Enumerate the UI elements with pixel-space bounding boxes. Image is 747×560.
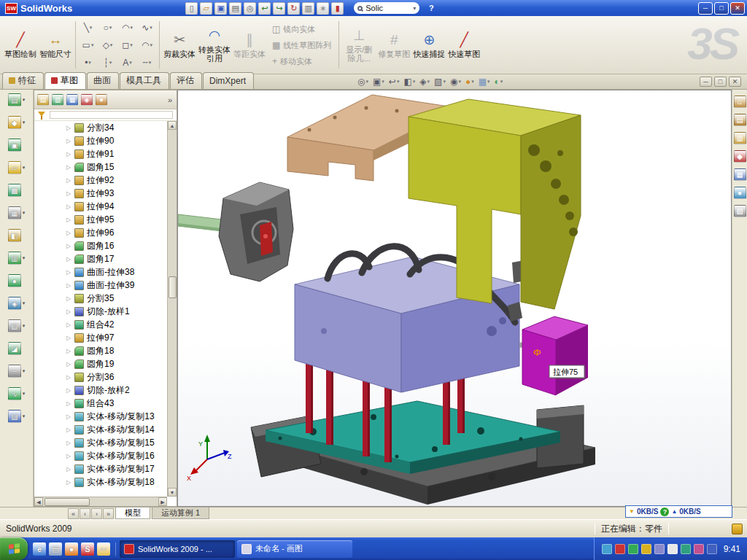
previous-view-icon[interactable]: ↩▾: [387, 76, 401, 88]
tray-icon[interactable]: [667, 544, 678, 554]
left-toolbar-icon[interactable]: ∿ ▾: [8, 387, 26, 400]
save-icon[interactable]: ▣: [214, 2, 227, 15]
command-tab[interactable]: 特征: [2, 72, 44, 89]
tree-item[interactable]: ▷ 组合42: [34, 318, 167, 331]
tree-item[interactable]: ▷ 圆角16: [34, 239, 167, 252]
tree-item[interactable]: ▷ 切除-放样2: [34, 384, 167, 397]
toolbar-button[interactable]: ⊥ 显示/删除几...: [341, 18, 376, 71]
expand-arrow-icon[interactable]: ▷: [66, 203, 74, 210]
expand-arrow-icon[interactable]: ▷: [66, 335, 74, 341]
left-toolbar-icon[interactable]: ▣ ▾: [8, 139, 26, 152]
solidworks-icon[interactable]: S: [81, 542, 94, 556]
expand-arrow-icon[interactable]: ▷: [66, 138, 74, 144]
slot-icon[interactable]: ◻▾: [117, 36, 137, 54]
expand-arrow-icon[interactable]: ▷: [66, 125, 74, 131]
menu-item[interactable]: [163, 6, 177, 10]
expand-arrow-icon[interactable]: ▷: [66, 361, 74, 368]
tree-item[interactable]: ▷ 切除-放样1: [34, 305, 167, 318]
menu-item[interactable]: [124, 6, 137, 10]
expand-arrow-icon[interactable]: ▷: [66, 466, 74, 472]
doc-close-button[interactable]: ✕: [729, 77, 741, 87]
expand-arrow-icon[interactable]: ▷: [66, 374, 74, 381]
file-explorer-icon[interactable]: ▥: [734, 132, 746, 144]
scroll-right-icon[interactable]: ▶: [158, 497, 167, 506]
apply-scene-icon[interactable]: ▦▾: [477, 76, 492, 88]
cavity-insert[interactable]: [219, 182, 293, 281]
view-orientation-icon[interactable]: ◈▾: [418, 76, 431, 88]
hide-show-items-icon[interactable]: ◉▾: [449, 76, 462, 88]
taskbar-task[interactable]: SolidWorks 2009 - ...: [120, 540, 235, 558]
arc-icon[interactable]: ◠▾: [117, 19, 137, 36]
solidworks-resources-icon[interactable]: ◆: [734, 150, 746, 163]
left-toolbar-icon[interactable]: ▧ ▾: [8, 319, 26, 332]
expand-arrow-icon[interactable]: ▷: [66, 400, 74, 407]
media-player-icon[interactable]: ●: [65, 542, 78, 556]
command-tab[interactable]: 曲面: [87, 72, 119, 89]
maximize-button[interactable]: □: [714, 2, 729, 15]
toolbar-button[interactable]: # 修复草图: [376, 18, 411, 71]
last-tab-button[interactable]: »: [103, 508, 114, 519]
left-toolbar-icon[interactable]: ▥ ▾: [8, 252, 26, 265]
expand-arrow-icon[interactable]: ▷: [66, 243, 74, 249]
expand-arrow-icon[interactable]: ▷: [66, 230, 74, 236]
print-icon[interactable]: ▤: [229, 2, 241, 15]
expand-arrow-icon[interactable]: ▷: [66, 164, 74, 171]
tree-item[interactable]: ▷ 分割34: [34, 121, 167, 134]
scroll-up-icon[interactable]: ▲: [168, 121, 177, 130]
doc-restore-button[interactable]: □: [714, 77, 727, 87]
toolbar-button[interactable]: + 移动实体: [270, 54, 333, 69]
tree-item[interactable]: ▷ 曲面-拉伸38: [34, 265, 167, 279]
tree-item[interactable]: ▷ 实体-移动/复制16: [34, 449, 167, 462]
folder-icon[interactable]: ▱: [97, 542, 110, 556]
tree-item[interactable]: ▷ 拉伸90: [34, 134, 167, 147]
tree-item[interactable]: ▷ 实体-移动/复制14: [34, 423, 167, 436]
tray-icon[interactable]: [615, 544, 625, 554]
document-tab[interactable]: 运动算例 1: [152, 508, 209, 519]
menu-item[interactable]: [85, 6, 98, 10]
command-tab[interactable]: 模具工具: [120, 72, 169, 89]
view-palette-icon[interactable]: ▦: [734, 168, 746, 181]
point-icon[interactable]: •▾: [78, 54, 98, 71]
print-preview-icon[interactable]: ◎: [244, 2, 256, 15]
scroll-thumb[interactable]: [44, 498, 90, 506]
polygon-icon[interactable]: ◇▾: [98, 36, 117, 54]
chevron-icon[interactable]: »: [168, 96, 174, 104]
sketch-color-icon[interactable]: [732, 524, 743, 534]
toolbar-button[interactable]: ╱ 快速草图: [446, 18, 481, 71]
expand-arrow-icon[interactable]: ▷: [66, 308, 74, 315]
expand-arrow-icon[interactable]: ▷: [66, 282, 74, 289]
view-settings-icon[interactable]: ◐▾: [493, 76, 505, 88]
tree-item[interactable]: ▷ 拉伸94: [34, 200, 167, 213]
expand-arrow-icon[interactable]: ▷: [66, 217, 74, 223]
filter-input[interactable]: [50, 111, 173, 119]
toolbar-button[interactable]: ╱ 草图绘制: [3, 18, 38, 71]
help-icon[interactable]: ?: [425, 4, 437, 12]
tree-item[interactable]: ▷ 曲面-拉伸39: [34, 279, 167, 292]
left-toolbar-icon[interactable]: ▨ ▾: [8, 410, 26, 423]
expand-arrow-icon[interactable]: ▷: [66, 322, 74, 328]
line-icon[interactable]: ╲▾: [78, 19, 98, 36]
expand-arrow-icon[interactable]: ▷: [66, 295, 74, 302]
tree-horizontal-scrollbar[interactable]: ◀ ▶: [34, 497, 167, 506]
propertymanager-tab-icon[interactable]: ▥: [52, 94, 63, 106]
scroll-down-icon[interactable]: ▼: [168, 488, 177, 497]
magenta-insert-block[interactable]: Φ: [522, 316, 588, 395]
tree-item[interactable]: ▷ 拉伸93: [34, 187, 167, 200]
expand-arrow-icon[interactable]: ▷: [66, 177, 74, 184]
undo-icon[interactable]: ↩: [258, 2, 271, 15]
text-icon[interactable]: A▾: [117, 54, 137, 71]
tree-item[interactable]: ▷ 圆角19: [34, 357, 167, 370]
configurationmanager-tab-icon[interactable]: ▦: [66, 94, 78, 106]
filter-icon[interactable]: [38, 111, 47, 120]
left-toolbar-icon[interactable]: ▦ ▾: [8, 206, 26, 219]
redo-icon[interactable]: ↪: [273, 2, 285, 15]
tree-item[interactable]: ▷ 拉伸95: [34, 213, 167, 226]
tree-item[interactable]: ▷ 分割35: [34, 292, 167, 305]
command-tab[interactable]: DimXpert: [203, 72, 254, 89]
tree-item[interactable]: ▷ 拉伸96: [34, 226, 167, 239]
internet-explorer-icon[interactable]: e: [33, 542, 46, 556]
expand-arrow-icon[interactable]: ▷: [66, 256, 74, 262]
rectangle-icon[interactable]: ▭▾: [78, 36, 98, 54]
zoom-fit-icon[interactable]: ◎▾: [356, 76, 370, 88]
search-box[interactable]: Solic ▾: [354, 2, 419, 14]
